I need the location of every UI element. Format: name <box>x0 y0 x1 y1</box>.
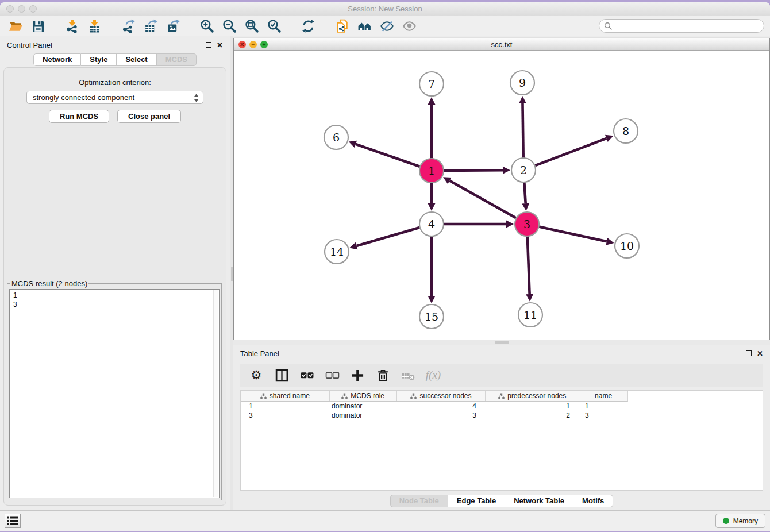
vertical-splitter[interactable] <box>230 36 233 510</box>
search-box[interactable] <box>599 19 764 33</box>
control-panel-tabs: NetworkStyleSelectMCDS <box>0 53 230 66</box>
table-cell[interactable]: 1 <box>486 402 579 410</box>
network-minimize-icon[interactable]: − <box>249 41 257 48</box>
memory-button[interactable]: Memory <box>715 514 765 528</box>
graph-node-10[interactable]: 10 <box>615 234 639 258</box>
graph-node-4[interactable]: 4 <box>419 212 444 236</box>
open-file-icon[interactable] <box>6 18 25 34</box>
home-icon[interactable] <box>355 18 374 34</box>
graph-node-14[interactable]: 14 <box>325 240 349 264</box>
table-row[interactable]: 3dominator323 <box>241 411 763 420</box>
hide-graphics-icon[interactable] <box>377 18 396 34</box>
table-cell[interactable]: 3 <box>396 411 486 419</box>
network-graph[interactable]: 7 9 6 8 1 2 4 3 14 10 15 11 <box>234 51 769 340</box>
zoom-out-icon[interactable] <box>220 18 239 34</box>
graph-node-9[interactable]: 9 <box>510 71 534 95</box>
table-cell[interactable]: 4 <box>396 402 486 410</box>
tab-style[interactable]: Style <box>81 53 117 66</box>
select-all-icon[interactable] <box>298 367 316 384</box>
graph-node-6[interactable]: 6 <box>324 125 348 149</box>
show-graphics-icon[interactable] <box>399 18 419 34</box>
refresh-icon[interactable] <box>298 18 318 34</box>
tab-network-table[interactable]: Network Table <box>505 495 573 507</box>
graph-edge-1-6[interactable] <box>356 144 421 167</box>
copy-network-icon[interactable] <box>332 18 352 34</box>
unselect-all-icon[interactable] <box>323 367 341 384</box>
table-cell[interactable]: 2 <box>486 411 579 419</box>
splitter-handle[interactable] <box>231 267 233 281</box>
tab-node-table[interactable]: Node Table <box>390 495 448 507</box>
graph-edge-3-11[interactable] <box>528 235 530 294</box>
graph-node-15[interactable]: 15 <box>419 304 444 329</box>
table-cell[interactable]: 1 <box>241 402 329 410</box>
result-scrollbar[interactable] <box>213 290 218 497</box>
tab-select[interactable]: Select <box>117 53 156 66</box>
table-cell[interactable]: 1 <box>579 402 628 410</box>
add-icon[interactable] <box>348 367 367 384</box>
export-table-icon[interactable] <box>141 18 160 34</box>
mcds-result-box[interactable]: 13 <box>9 289 220 498</box>
node-table[interactable]: shared nameMCDS rolesuccessor nodesprede… <box>240 390 763 491</box>
column-header-name[interactable]: name <box>579 391 627 401</box>
close-table-panel-icon[interactable]: ✕ <box>757 350 763 357</box>
graph-node-11[interactable]: 11 <box>518 303 542 327</box>
graph-edge-arrowhead <box>349 141 357 148</box>
table-cell[interactable]: 3 <box>241 411 329 419</box>
graph-edge-2-3[interactable] <box>524 181 525 203</box>
close-panel-button[interactable]: Close panel <box>117 110 181 123</box>
close-panel-icon[interactable]: ✕ <box>217 41 223 49</box>
network-maximize-icon[interactable]: + <box>260 41 268 48</box>
horizontal-splitter[interactable] <box>233 340 770 345</box>
export-network-icon[interactable] <box>118 18 138 34</box>
minimize-traffic-light[interactable] <box>18 5 25 13</box>
table-cell[interactable]: 3 <box>579 411 628 419</box>
graph-edge-4-14[interactable] <box>357 227 421 246</box>
float-table-panel-icon[interactable] <box>746 350 752 356</box>
delete-icon[interactable] <box>374 367 392 384</box>
graph-node-2[interactable]: 2 <box>511 158 536 182</box>
zoom-traffic-light[interactable] <box>29 5 37 13</box>
tab-motifs[interactable]: Motifs <box>573 495 613 507</box>
tab-network[interactable]: Network <box>33 53 81 66</box>
graph-node-1[interactable]: 1 <box>419 159 444 183</box>
split-view-icon[interactable] <box>272 367 291 384</box>
toolbar-separator <box>190 18 190 33</box>
import-network-icon[interactable] <box>62 18 82 34</box>
search-input[interactable] <box>614 20 759 32</box>
export-image-icon[interactable] <box>163 18 183 34</box>
save-session-icon[interactable] <box>28 18 48 34</box>
tab-mcds[interactable]: MCDS <box>157 53 197 66</box>
list-icon <box>7 516 18 525</box>
run-mcds-button[interactable]: Run MCDS <box>49 110 109 123</box>
float-panel-icon[interactable] <box>206 42 211 48</box>
table-cell[interactable]: dominator <box>329 411 396 419</box>
graph-node-3[interactable]: 3 <box>515 212 539 236</box>
task-history-button[interactable] <box>5 514 21 528</box>
splitter-handle[interactable] <box>495 341 509 344</box>
graph-edge-3-10[interactable] <box>538 226 607 241</box>
column-header-shared-name[interactable]: shared name <box>241 391 329 401</box>
criterion-select[interactable]: strongly connected component <box>26 91 203 104</box>
table-cell[interactable]: dominator <box>329 402 396 410</box>
network-close-icon[interactable]: ✕ <box>238 41 246 48</box>
column-header-successor-nodes[interactable]: successor nodes <box>396 391 486 401</box>
graph-edge-3-1[interactable] <box>449 181 517 219</box>
select-stepper-icon <box>194 94 199 102</box>
graph-node-8[interactable]: 8 <box>614 119 638 143</box>
network-canvas[interactable]: 7 9 6 8 1 2 4 3 14 10 15 11 <box>234 51 769 340</box>
import-table-icon[interactable] <box>84 18 104 34</box>
table-row[interactable]: 1dominator411 <box>241 402 763 411</box>
zoom-selected-icon[interactable] <box>264 18 284 34</box>
graph-edge-2-8[interactable] <box>534 138 607 166</box>
graph-node-7[interactable]: 7 <box>419 72 444 96</box>
graph-edge-2-9[interactable] <box>522 103 523 159</box>
column-header-MCDS-role[interactable]: MCDS role <box>329 391 396 401</box>
zoom-in-icon[interactable] <box>197 18 217 34</box>
graph-edge-1-2[interactable] <box>442 170 503 171</box>
column-header-predecessor-nodes[interactable]: predecessor nodes <box>485 391 579 401</box>
node-label: 15 <box>425 310 438 323</box>
settings-icon[interactable]: ⚙ <box>247 367 265 384</box>
tab-edge-table[interactable]: Edge Table <box>448 495 505 507</box>
zoom-fit-icon[interactable] <box>242 18 261 34</box>
close-traffic-light[interactable] <box>6 5 14 13</box>
